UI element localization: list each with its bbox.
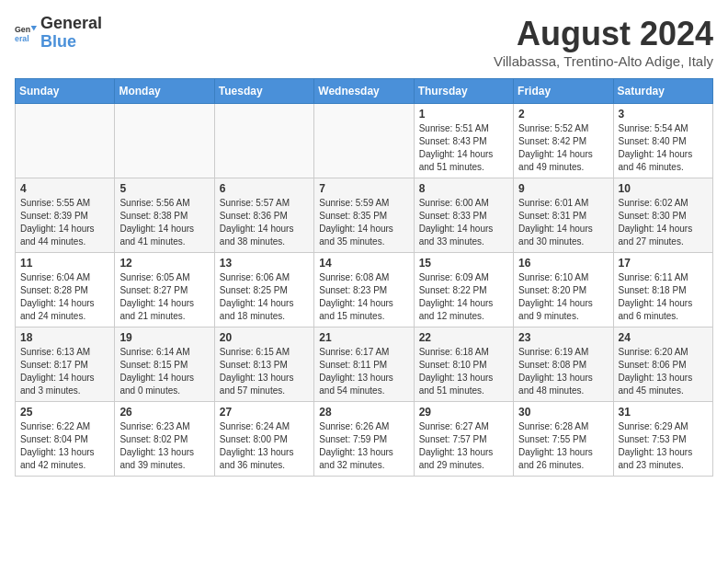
logo-icon: Gen eral	[15, 22, 37, 44]
day-content: Sunrise: 6:08 AM Sunset: 8:23 PM Dayligh…	[319, 271, 408, 323]
calendar-week-row: 4Sunrise: 5:55 AM Sunset: 8:39 PM Daylig…	[16, 178, 713, 253]
calendar-header-row: SundayMondayTuesdayWednesdayThursdayFrid…	[16, 79, 713, 104]
calendar-cell: 26Sunrise: 6:23 AM Sunset: 8:02 PM Dayli…	[115, 402, 214, 477]
logo-text: GeneralBlue	[40, 15, 102, 52]
calendar-cell: 15Sunrise: 6:09 AM Sunset: 8:22 PM Dayli…	[414, 253, 513, 327]
day-content: Sunrise: 6:09 AM Sunset: 8:22 PM Dayligh…	[419, 271, 508, 323]
day-number: 25	[20, 406, 109, 419]
day-number: 15	[419, 257, 508, 270]
day-content: Sunrise: 6:26 AM Sunset: 7:59 PM Dayligh…	[319, 420, 408, 472]
logo: Gen eral GeneralBlue	[15, 15, 102, 52]
calendar-cell	[16, 104, 115, 178]
col-header-sunday: Sunday	[16, 79, 115, 104]
day-content: Sunrise: 6:00 AM Sunset: 8:33 PM Dayligh…	[419, 197, 508, 248]
location-subtitle: Villabassa, Trentino-Alto Adige, Italy	[494, 53, 713, 69]
day-number: 29	[419, 406, 508, 419]
svg-text:eral: eral	[15, 34, 29, 43]
calendar-cell: 22Sunrise: 6:18 AM Sunset: 8:10 PM Dayli…	[414, 327, 513, 402]
day-content: Sunrise: 6:29 AM Sunset: 7:53 PM Dayligh…	[619, 420, 708, 472]
day-content: Sunrise: 6:02 AM Sunset: 8:30 PM Dayligh…	[619, 197, 708, 248]
day-content: Sunrise: 6:10 AM Sunset: 8:20 PM Dayligh…	[518, 271, 608, 323]
day-number: 7	[319, 182, 408, 195]
page-header: Gen eral GeneralBlue August 2024 Villaba…	[15, 15, 713, 69]
calendar-cell: 6Sunrise: 5:57 AM Sunset: 8:36 PM Daylig…	[214, 178, 313, 253]
col-header-monday: Monday	[115, 79, 214, 104]
calendar-cell: 1Sunrise: 5:51 AM Sunset: 8:43 PM Daylig…	[414, 104, 513, 178]
day-number: 8	[419, 182, 508, 195]
calendar-cell: 2Sunrise: 5:52 AM Sunset: 8:42 PM Daylig…	[514, 104, 613, 178]
day-content: Sunrise: 6:18 AM Sunset: 8:10 PM Dayligh…	[419, 346, 508, 397]
calendar-cell: 10Sunrise: 6:02 AM Sunset: 8:30 PM Dayli…	[613, 178, 712, 253]
day-number: 19	[119, 331, 209, 344]
calendar-week-row: 1Sunrise: 5:51 AM Sunset: 8:43 PM Daylig…	[16, 104, 713, 178]
day-number: 10	[619, 182, 708, 195]
day-content: Sunrise: 6:14 AM Sunset: 8:15 PM Dayligh…	[119, 346, 209, 397]
month-year-title: August 2024	[494, 15, 713, 53]
day-number: 21	[319, 331, 408, 344]
calendar-cell: 28Sunrise: 6:26 AM Sunset: 7:59 PM Dayli…	[314, 402, 414, 477]
calendar-cell: 29Sunrise: 6:27 AM Sunset: 7:57 PM Dayli…	[414, 402, 513, 477]
day-content: Sunrise: 5:57 AM Sunset: 8:36 PM Dayligh…	[220, 197, 309, 248]
day-number: 5	[119, 182, 209, 195]
day-number: 30	[518, 406, 608, 419]
calendar-cell: 23Sunrise: 6:19 AM Sunset: 8:08 PM Dayli…	[514, 327, 613, 402]
day-content: Sunrise: 5:54 AM Sunset: 8:40 PM Dayligh…	[619, 122, 708, 174]
svg-text:Gen: Gen	[15, 25, 30, 34]
calendar-cell	[214, 104, 313, 178]
day-number: 1	[419, 108, 508, 121]
day-content: Sunrise: 6:11 AM Sunset: 8:18 PM Dayligh…	[619, 271, 708, 323]
col-header-friday: Friday	[514, 79, 613, 104]
day-content: Sunrise: 6:17 AM Sunset: 8:11 PM Dayligh…	[319, 346, 408, 397]
day-number: 27	[220, 406, 309, 419]
day-content: Sunrise: 6:19 AM Sunset: 8:08 PM Dayligh…	[518, 346, 608, 397]
calendar-cell: 19Sunrise: 6:14 AM Sunset: 8:15 PM Dayli…	[115, 327, 214, 402]
calendar-cell: 17Sunrise: 6:11 AM Sunset: 8:18 PM Dayli…	[613, 253, 712, 327]
day-content: Sunrise: 5:59 AM Sunset: 8:35 PM Dayligh…	[319, 197, 408, 248]
day-number: 20	[220, 331, 309, 344]
day-number: 16	[518, 257, 608, 270]
day-content: Sunrise: 6:05 AM Sunset: 8:27 PM Dayligh…	[119, 271, 209, 323]
day-number: 13	[220, 257, 309, 270]
calendar-cell	[115, 104, 214, 178]
day-number: 17	[619, 257, 708, 270]
calendar-cell: 7Sunrise: 5:59 AM Sunset: 8:35 PM Daylig…	[314, 178, 414, 253]
day-number: 24	[619, 331, 708, 344]
calendar-cell: 24Sunrise: 6:20 AM Sunset: 8:06 PM Dayli…	[613, 327, 712, 402]
calendar-cell: 25Sunrise: 6:22 AM Sunset: 8:04 PM Dayli…	[16, 402, 115, 477]
svg-marker-2	[31, 26, 37, 31]
calendar-week-row: 25Sunrise: 6:22 AM Sunset: 8:04 PM Dayli…	[16, 402, 713, 477]
day-content: Sunrise: 6:27 AM Sunset: 7:57 PM Dayligh…	[419, 420, 508, 472]
calendar-cell: 18Sunrise: 6:13 AM Sunset: 8:17 PM Dayli…	[16, 327, 115, 402]
col-header-thursday: Thursday	[414, 79, 513, 104]
day-number: 28	[319, 406, 408, 419]
day-number: 2	[518, 108, 608, 121]
calendar-cell: 16Sunrise: 6:10 AM Sunset: 8:20 PM Dayli…	[514, 253, 613, 327]
col-header-wednesday: Wednesday	[314, 79, 414, 104]
calendar-cell: 13Sunrise: 6:06 AM Sunset: 8:25 PM Dayli…	[214, 253, 313, 327]
calendar-cell: 31Sunrise: 6:29 AM Sunset: 7:53 PM Dayli…	[613, 402, 712, 477]
calendar-cell: 20Sunrise: 6:15 AM Sunset: 8:13 PM Dayli…	[214, 327, 313, 402]
day-content: Sunrise: 6:20 AM Sunset: 8:06 PM Dayligh…	[619, 346, 708, 397]
day-number: 3	[619, 108, 708, 121]
calendar-cell: 3Sunrise: 5:54 AM Sunset: 8:40 PM Daylig…	[613, 104, 712, 178]
day-number: 31	[619, 406, 708, 419]
day-number: 26	[119, 406, 209, 419]
calendar-cell: 12Sunrise: 6:05 AM Sunset: 8:27 PM Dayli…	[115, 253, 214, 327]
day-content: Sunrise: 6:13 AM Sunset: 8:17 PM Dayligh…	[20, 346, 109, 397]
day-content: Sunrise: 5:55 AM Sunset: 8:39 PM Dayligh…	[20, 197, 109, 248]
calendar-cell: 30Sunrise: 6:28 AM Sunset: 7:55 PM Dayli…	[514, 402, 613, 477]
day-content: Sunrise: 6:04 AM Sunset: 8:28 PM Dayligh…	[20, 271, 109, 323]
calendar-cell: 14Sunrise: 6:08 AM Sunset: 8:23 PM Dayli…	[314, 253, 414, 327]
day-content: Sunrise: 5:56 AM Sunset: 8:38 PM Dayligh…	[119, 197, 209, 248]
calendar-cell	[314, 104, 414, 178]
day-content: Sunrise: 6:15 AM Sunset: 8:13 PM Dayligh…	[220, 346, 309, 397]
calendar-cell: 11Sunrise: 6:04 AM Sunset: 8:28 PM Dayli…	[16, 253, 115, 327]
day-content: Sunrise: 6:01 AM Sunset: 8:31 PM Dayligh…	[518, 197, 608, 248]
calendar-cell: 4Sunrise: 5:55 AM Sunset: 8:39 PM Daylig…	[16, 178, 115, 253]
day-content: Sunrise: 6:06 AM Sunset: 8:25 PM Dayligh…	[220, 271, 309, 323]
day-number: 12	[119, 257, 209, 270]
day-number: 9	[518, 182, 608, 195]
col-header-tuesday: Tuesday	[214, 79, 313, 104]
day-content: Sunrise: 6:22 AM Sunset: 8:04 PM Dayligh…	[20, 420, 109, 472]
calendar-week-row: 18Sunrise: 6:13 AM Sunset: 8:17 PM Dayli…	[16, 327, 713, 402]
